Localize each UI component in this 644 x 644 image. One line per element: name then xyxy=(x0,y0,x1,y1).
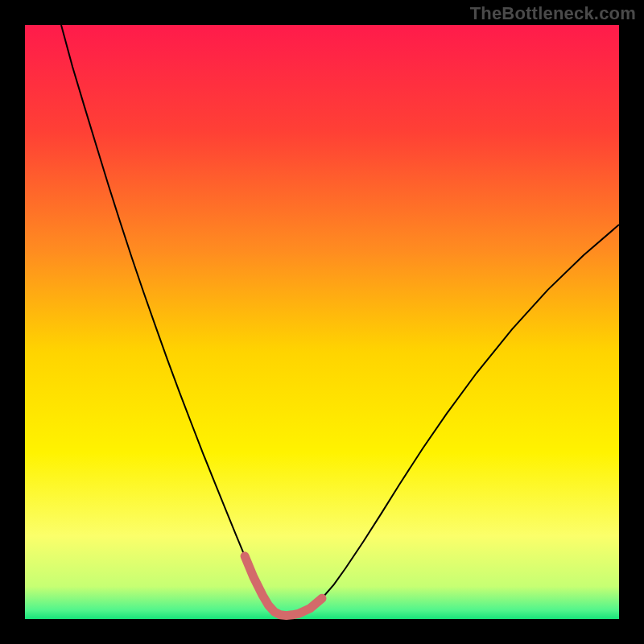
watermark-text: TheBottleneck.com xyxy=(470,3,636,24)
plot-panel xyxy=(25,25,619,619)
bottleneck-chart xyxy=(0,0,644,644)
chart-stage: TheBottleneck.com xyxy=(0,0,644,644)
